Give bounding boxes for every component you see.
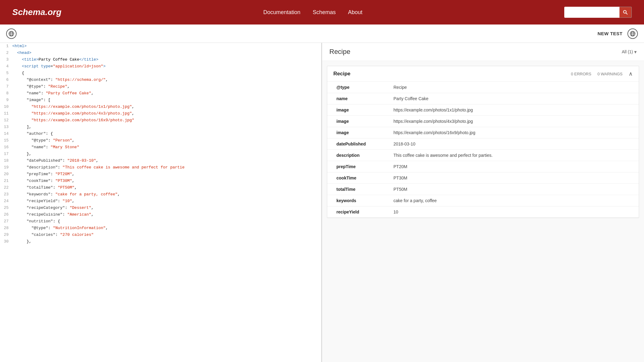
- code-line: 3 <title>Party Coffee Cake</title>: [0, 56, 321, 63]
- line-number: 7: [0, 83, 12, 90]
- code-line: 30 },: [0, 238, 321, 245]
- code-line: 15 "@type": "Person",: [0, 137, 321, 144]
- results-title: Recipe: [329, 48, 350, 56]
- results-panel: Recipe All (1) ▾ Recipe 0 ERRORS 0 WARNI…: [322, 43, 644, 362]
- line-content: "recipeCuisine": "American",: [12, 211, 321, 218]
- site-logo[interactable]: Schema.org: [12, 7, 61, 17]
- line-number: 3: [0, 56, 12, 63]
- code-line: 29 "calories": "270 calories": [0, 232, 321, 238]
- code-lines: 1<html>2 <head>3 <title>Party Coffee Cak…: [0, 43, 321, 245]
- field-key: description: [327, 150, 389, 161]
- line-content: "recipeCategory": "Dessert",: [12, 205, 321, 211]
- main-content: 1<html>2 <head>3 <title>Party Coffee Cak…: [0, 43, 644, 362]
- table-row: @typeRecipe: [327, 82, 639, 93]
- field-key: datePublished: [327, 138, 389, 150]
- code-line: 25 "recipeCategory": "Dessert",: [0, 205, 321, 211]
- line-content: ],: [12, 124, 321, 130]
- line-content: <script type="application/ld+json">: [12, 63, 321, 70]
- line-content: "https://example.com/photos/1x1/photo.jp…: [12, 104, 321, 110]
- line-content: "cookTime": "PT30M",: [12, 178, 321, 184]
- field-value: PT30M: [389, 172, 639, 184]
- line-number: 5: [0, 70, 12, 77]
- line-content: "image": [: [12, 97, 321, 104]
- code-line: 10 "https://example.com/photos/1x1/photo…: [0, 104, 321, 110]
- line-number: 11: [0, 110, 12, 117]
- code-line: 18 "datePublished": "2018-03-10",: [0, 157, 321, 164]
- main-nav: Documentation Schemas About: [263, 9, 362, 16]
- field-key: image: [327, 116, 389, 127]
- field-value: https://example.com/photos/4x3/photo.jpg: [389, 116, 639, 127]
- line-content: <html>: [12, 43, 321, 50]
- chevron-down-icon: ▾: [634, 49, 637, 55]
- line-number: 16: [0, 144, 12, 151]
- line-content: {: [12, 70, 321, 77]
- line-number: 29: [0, 232, 12, 238]
- table-row: totalTimePT50M: [327, 184, 639, 195]
- line-content: "name": "Mary Stone": [12, 144, 321, 151]
- line-content: "@type": "NutritionInformation",: [12, 225, 321, 232]
- code-line: 28 "@type": "NutritionInformation",: [0, 225, 321, 232]
- line-content: "@context": "https://schema.org/",: [12, 77, 321, 83]
- line-content: "prepTime": "PT20M",: [12, 171, 321, 178]
- field-value: Party Coffee Cake: [389, 93, 639, 104]
- field-value: 2018-03-10: [389, 138, 639, 150]
- line-content: "name": "Party Coffee Cake",: [12, 90, 321, 97]
- code-line: 12 "https://example.com/photos/16x9/phot…: [0, 117, 321, 124]
- table-row: cookTimePT30M: [327, 172, 639, 184]
- field-key: name: [327, 93, 389, 104]
- language-icon[interactable]: [627, 28, 638, 39]
- nav-about[interactable]: About: [348, 9, 362, 16]
- recipe-fields-table: @typeRecipenameParty Coffee Cakeimagehtt…: [327, 82, 639, 218]
- results-filter[interactable]: All (1) ▾: [622, 49, 637, 55]
- code-line: 16 "name": "Mary Stone": [0, 144, 321, 151]
- code-line: 5 {: [0, 70, 321, 77]
- line-number: 13: [0, 124, 12, 130]
- search-icon: [623, 10, 628, 15]
- line-content: "@type": "Person",: [12, 137, 321, 144]
- errors-count: 0 ERRORS: [571, 72, 591, 76]
- field-key: @type: [327, 82, 389, 93]
- code-line: 27 "nutrition": {: [0, 218, 321, 225]
- line-number: 20: [0, 171, 12, 178]
- field-value: This coffee cake is awesome and perfect …: [389, 150, 639, 161]
- line-content: "keywords": "cake for a party, coffee",: [12, 191, 321, 198]
- search-input[interactable]: [564, 7, 619, 18]
- line-number: 8: [0, 90, 12, 97]
- line-number: 19: [0, 164, 12, 171]
- line-number: 23: [0, 191, 12, 198]
- code-line: 8 "name": "Party Coffee Cake",: [0, 90, 321, 97]
- line-number: 1: [0, 43, 12, 50]
- results-header: Recipe All (1) ▾: [322, 43, 644, 61]
- globe-icon[interactable]: [6, 28, 17, 39]
- search-area: [564, 7, 632, 18]
- code-editor-panel[interactable]: 1<html>2 <head>3 <title>Party Coffee Cak…: [0, 43, 322, 362]
- line-number: 15: [0, 137, 12, 144]
- nav-schemas[interactable]: Schemas: [313, 9, 336, 16]
- recipe-card: Recipe 0 ERRORS 0 WARNINGS ∧ @typeRecipe…: [327, 66, 639, 218]
- line-content: },: [12, 238, 321, 245]
- filter-label: All (1): [622, 49, 633, 54]
- line-content: "calories": "270 calories": [12, 232, 321, 238]
- line-number: 28: [0, 225, 12, 232]
- field-key: image: [327, 127, 389, 138]
- line-number: 17: [0, 151, 12, 157]
- table-row: imagehttps://example.com/photos/4x3/phot…: [327, 116, 639, 127]
- field-value: PT20M: [389, 161, 639, 172]
- nav-documentation[interactable]: Documentation: [263, 9, 301, 16]
- line-number: 18: [0, 157, 12, 164]
- search-button[interactable]: [619, 7, 632, 18]
- toolbar-left: [6, 28, 17, 39]
- field-key: image: [327, 104, 389, 116]
- line-number: 25: [0, 205, 12, 211]
- field-value: https://example.com/photos/16x9/photo.jp…: [389, 127, 639, 138]
- field-key: prepTime: [327, 161, 389, 172]
- collapse-button[interactable]: ∧: [629, 70, 633, 77]
- new-test-button[interactable]: NEW TEST: [598, 31, 623, 36]
- header: Schema.org Documentation Schemas About: [0, 0, 644, 25]
- line-content: "author": {: [12, 130, 321, 137]
- code-line: 2 <head>: [0, 50, 321, 56]
- toolbar-right: NEW TEST: [598, 28, 638, 39]
- line-number: 14: [0, 130, 12, 137]
- table-row: descriptionThis coffee cake is awesome a…: [327, 150, 639, 161]
- code-line: 13 ],: [0, 124, 321, 130]
